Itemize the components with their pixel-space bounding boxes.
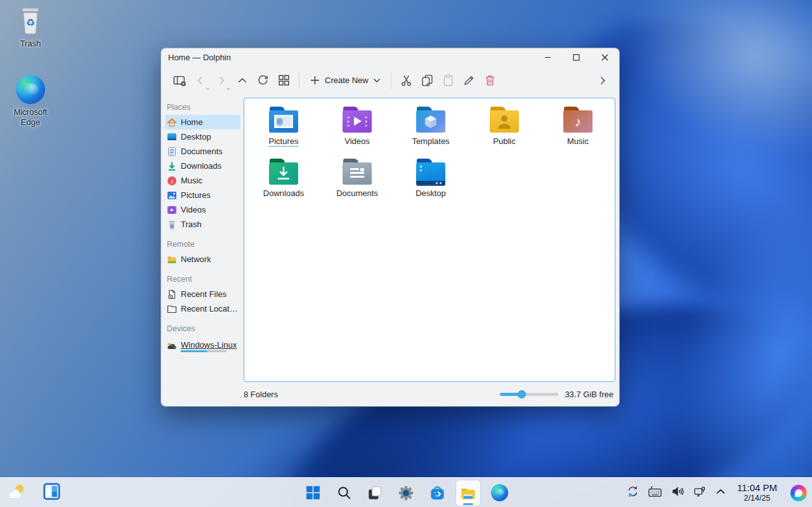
start-button[interactable] <box>301 480 325 506</box>
places-panel: Places Home Desktop Documents <box>161 95 242 382</box>
sidebar-item-recent-locations[interactable]: Recent Locati… <box>165 301 240 316</box>
tray-expand-button[interactable] <box>715 487 726 499</box>
svg-text:♪: ♪ <box>171 177 174 184</box>
folder-item-templates[interactable]: Templates <box>394 105 468 157</box>
back-dropdown-icon <box>205 87 210 91</box>
close-button[interactable] <box>591 48 619 66</box>
toolbar-separator <box>391 72 391 89</box>
sidebar-item-music[interactable]: ♪ Music <box>165 173 240 188</box>
file-manager-icon <box>459 484 477 502</box>
sidebar-item-label: Pictures <box>181 190 211 200</box>
folder-desktop-icon <box>416 157 446 186</box>
task-view-button[interactable] <box>363 480 387 506</box>
file-manager-button[interactable] <box>456 480 480 506</box>
sidebar-item-label: Recent Locati… <box>181 304 239 313</box>
downloads-icon <box>167 161 177 171</box>
forward-button[interactable] <box>211 70 232 91</box>
sidebar-item-label: Network <box>181 254 211 264</box>
sidebar-item-desktop[interactable]: Desktop <box>165 129 240 144</box>
up-button[interactable] <box>232 70 252 91</box>
create-new-label: Create New <box>325 76 369 85</box>
settings-button[interactable] <box>394 480 418 506</box>
sidebar-item-label: Music <box>181 176 202 185</box>
sidebar-item-windows-linux[interactable]: Windows-Linux <box>165 336 240 355</box>
copilot-button[interactable] <box>790 485 807 501</box>
svg-text:♻: ♻ <box>26 17 35 28</box>
keyboard-icon <box>648 485 662 498</box>
network-folder-icon <box>167 254 177 265</box>
folder-item-pictures[interactable]: Pictures <box>247 105 320 157</box>
folder-item-music[interactable]: ♪ Music <box>541 105 615 157</box>
remote-section-header: Remote <box>165 237 240 252</box>
chevron-right-icon <box>597 75 608 86</box>
folder-item-desktop[interactable]: Desktop <box>394 157 468 209</box>
folder-item-videos[interactable]: Videos <box>320 105 394 157</box>
svg-text:♻: ♻ <box>170 223 174 228</box>
task-view-icon <box>367 485 383 501</box>
sidebar-item-label: Windows-Linux <box>181 340 237 350</box>
sidebar-item-label: Videos <box>181 205 206 214</box>
folder-label: Downloads <box>263 189 304 199</box>
sidebar-item-trash[interactable]: ♻ Trash <box>165 217 240 232</box>
minimize-button[interactable] <box>534 48 562 66</box>
taskbar: 11:04 PM 2/14/25 <box>0 477 812 507</box>
sidebar-item-label: Home <box>181 117 203 127</box>
sync-tray-button[interactable] <box>626 485 639 501</box>
refresh-button[interactable] <box>252 70 273 91</box>
volume-tray-button[interactable] <box>671 485 684 501</box>
folder-label: Desktop <box>416 189 446 199</box>
clock-time: 11:04 PM <box>737 482 777 494</box>
desktop-icon-edge[interactable]: Microsoft Edge <box>6 74 55 127</box>
folder-label: Documents <box>336 189 378 199</box>
copy-button[interactable] <box>417 70 438 91</box>
zoom-slider-handle[interactable] <box>518 390 526 398</box>
status-bar: 8 Folders 33.7 GiB free <box>161 382 619 406</box>
folder-view[interactable]: Pictures Videos Templates <box>244 98 615 382</box>
sidebar-item-videos[interactable]: Videos <box>165 202 240 217</box>
folder-item-public[interactable]: Public <box>468 105 541 157</box>
back-icon <box>194 74 207 87</box>
titlebar[interactable]: Home — Dolphin <box>161 48 619 66</box>
back-button[interactable] <box>190 70 211 91</box>
desktop-icon <box>167 132 177 142</box>
recent-section-header: Recent <box>165 272 240 287</box>
keyboard-tray-button[interactable] <box>648 485 662 501</box>
sidebar-item-downloads[interactable]: Downloads <box>165 159 240 173</box>
delete-button[interactable] <box>480 70 501 91</box>
discover-icon <box>429 484 446 501</box>
search-button[interactable] <box>332 480 356 506</box>
folder-count-label: 8 Folders <box>244 390 278 399</box>
clock-date: 2/14/25 <box>737 494 777 503</box>
edge-taskbar-button[interactable] <box>487 480 511 506</box>
refresh-icon <box>256 74 270 87</box>
paste-button[interactable] <box>438 70 459 91</box>
create-new-button[interactable]: Create New <box>304 70 386 91</box>
widgets-button[interactable] <box>43 483 60 503</box>
toolbar-more-button[interactable] <box>592 70 613 91</box>
cut-button[interactable] <box>396 70 417 91</box>
folder-item-downloads[interactable]: Downloads <box>247 157 320 209</box>
desktop-icon-trash[interactable]: ♻ Trash <box>6 5 55 49</box>
rename-button[interactable] <box>459 70 480 91</box>
sidebar-item-recent-files[interactable]: Recent Files <box>165 287 240 301</box>
sidebar-item-pictures[interactable]: Pictures <box>165 188 240 202</box>
weather-button[interactable] <box>6 482 28 504</box>
minimize-icon <box>544 54 551 61</box>
folder-label: Public <box>493 137 515 147</box>
discover-button[interactable] <box>425 480 449 506</box>
view-mode-button[interactable] <box>273 70 294 91</box>
plus-icon <box>310 75 320 86</box>
sidebar-item-network[interactable]: Network <box>165 252 240 267</box>
zoom-slider[interactable] <box>500 390 558 398</box>
documents-icon <box>167 147 177 157</box>
sidebar-item-documents[interactable]: Documents <box>165 144 240 159</box>
recent-files-icon <box>167 289 177 300</box>
folder-item-documents[interactable]: Documents <box>320 157 394 209</box>
sidebar-item-home[interactable]: Home <box>165 115 240 129</box>
new-tab-button[interactable] <box>169 70 190 91</box>
display-tray-button[interactable] <box>693 485 707 501</box>
folder-downloads-icon <box>268 157 299 186</box>
taskbar-clock[interactable]: 11:04 PM 2/14/25 <box>735 482 780 503</box>
maximize-button[interactable] <box>562 48 591 66</box>
folder-label: Templates <box>412 137 449 147</box>
